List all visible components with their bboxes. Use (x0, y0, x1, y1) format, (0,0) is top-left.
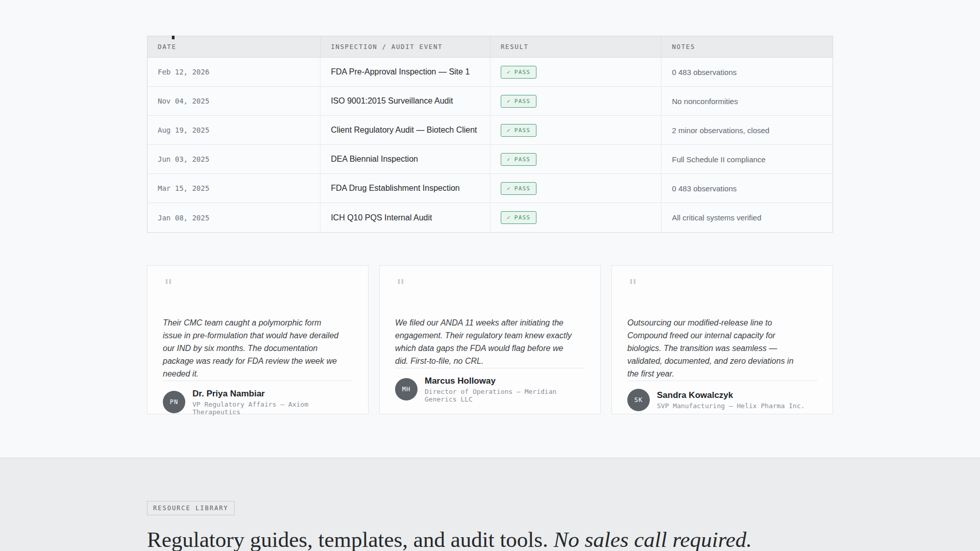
clipped-letter: p (169, 36, 200, 39)
author-info: Dr. Priya Nambiar VP Regulatory Affairs … (192, 389, 353, 416)
audit-result-cell: ✓PASS (490, 145, 662, 173)
testimonial-quote: We filed our ANDA 11 weeks after initiat… (395, 317, 572, 368)
check-icon: ✓ (507, 69, 511, 76)
audit-event: FDA Drug Establishment Inspection (320, 174, 490, 203)
author-info: Sandra Kowalczyk SVP Manufacturing — Hel… (657, 390, 805, 410)
audit-date: Mar 15, 2025 (148, 174, 320, 203)
audit-notes: Full Schedule II compliance (661, 145, 832, 173)
resources-heading: Regulatory guides, templates, and audit … (147, 528, 833, 551)
author-info: Marcus Holloway Director of Operations —… (425, 376, 585, 403)
table-header-notes: NOTES (661, 36, 832, 57)
audit-notes: No nonconformities (661, 87, 832, 115)
audit-result-cell: ✓PASS (490, 174, 662, 203)
testimonial-author: SK Sandra Kowalczyk SVP Manufacturing — … (627, 381, 817, 411)
testimonials-section: " Their CMC team caught a polymorphic fo… (147, 265, 833, 414)
pass-badge-label: PASS (514, 127, 530, 134)
pass-badge: ✓PASS (501, 211, 536, 224)
pass-badge: ✓PASS (501, 153, 536, 166)
audit-event: ICH Q10 PQS Internal Audit (320, 203, 490, 232)
audit-date: Jan 08, 2025 (148, 203, 320, 232)
table-row: Feb 12, 2026 FDA Pre-Approval Inspection… (148, 58, 832, 87)
pass-badge-label: PASS (514, 214, 530, 221)
main-content: p DATE INSPECTION / AUDIT EVENT RESULT N… (147, 36, 833, 414)
author-title: SVP Manufacturing — Helix Pharma Inc. (657, 402, 805, 410)
pass-badge-label: PASS (514, 98, 530, 105)
audit-result-cell: ✓PASS (490, 203, 662, 232)
audit-notes: 0 483 observations (661, 174, 832, 203)
pass-badge-label: PASS (514, 69, 530, 76)
pass-badge: ✓PASS (501, 95, 536, 108)
check-icon: ✓ (507, 156, 511, 163)
check-icon: ✓ (507, 98, 511, 105)
author-title: Director of Operations — Meridian Generi… (425, 388, 585, 403)
audit-event: ISO 9001:2015 Surveillance Audit (320, 87, 490, 115)
table-row: Jan 08, 2025 ICH Q10 PQS Internal Audit … (148, 203, 832, 232)
avatar: SK (627, 389, 650, 411)
audit-event: FDA Pre-Approval Inspection — Site 1 (320, 58, 490, 86)
audit-event: Client Regulatory Audit — Biotech Client (320, 116, 490, 144)
table-row: Jun 03, 2025 DEA Biennial Inspection ✓PA… (148, 145, 832, 174)
testimonial-quote: Their CMC team caught a polymorphic form… (163, 317, 339, 381)
pass-badge-label: PASS (514, 185, 530, 192)
testimonial-card: " Their CMC team caught a polymorphic fo… (147, 265, 369, 414)
audit-event: DEA Biennial Inspection (320, 145, 490, 173)
table-header-result: RESULT (490, 36, 662, 57)
author-title: VP Regulatory Affairs — Axiom Therapeuti… (192, 400, 353, 416)
author-name: Marcus Holloway (425, 376, 585, 386)
pass-badge: ✓PASS (501, 182, 536, 195)
testimonial-quote: Outsourcing our modified-release line to… (627, 317, 804, 381)
avatar: PN (163, 391, 185, 413)
author-name: Dr. Priya Nambiar (192, 389, 353, 399)
testimonial-author: MH Marcus Holloway Director of Operation… (395, 368, 585, 403)
resource-library-badge: RESOURCE LIBRARY (147, 501, 235, 515)
testimonial-card: " We filed our ANDA 11 weeks after initi… (379, 265, 601, 414)
quote-icon: " (163, 277, 353, 295)
table-row: Nov 04, 2025 ISO 9001:2015 Surveillance … (148, 87, 832, 116)
check-icon: ✓ (507, 214, 511, 221)
pass-badge-label: PASS (514, 156, 530, 163)
audit-result-cell: ✓PASS (490, 87, 662, 115)
testimonial-card: " Outsourcing our modified-release line … (611, 265, 833, 414)
table-row: Mar 15, 2025 FDA Drug Establishment Insp… (148, 174, 832, 203)
quote-icon: " (395, 277, 585, 295)
table-header-event: INSPECTION / AUDIT EVENT (320, 36, 490, 57)
clipped-heading-fragment: p (169, 36, 200, 39)
audit-date: Feb 12, 2026 (148, 58, 320, 86)
audit-history-table: DATE INSPECTION / AUDIT EVENT RESULT NOT… (147, 36, 833, 233)
resources-heading-italic: No sales call required. (554, 528, 752, 551)
pass-badge: ✓PASS (501, 66, 536, 79)
table-header-date: DATE (148, 36, 320, 57)
resources-heading-regular: Regulatory guides, templates, and audit … (147, 528, 554, 551)
audit-date: Aug 19, 2025 (148, 116, 320, 144)
author-name: Sandra Kowalczyk (657, 390, 805, 400)
check-icon: ✓ (507, 127, 511, 134)
resource-library-section: RESOURCE LIBRARY Regulatory guides, temp… (0, 458, 980, 551)
audit-notes: All critical systems verified (661, 203, 832, 232)
check-icon: ✓ (507, 185, 511, 192)
audit-notes: 0 483 observations (661, 58, 832, 86)
pass-badge: ✓PASS (501, 124, 536, 137)
table-row: Aug 19, 2025 Client Regulatory Audit — B… (148, 116, 832, 145)
audit-result-cell: ✓PASS (490, 58, 662, 86)
testimonial-author: PN Dr. Priya Nambiar VP Regulatory Affai… (163, 381, 353, 416)
avatar: MH (395, 378, 418, 400)
audit-result-cell: ✓PASS (490, 116, 662, 144)
audit-notes: 2 minor observations, closed (661, 116, 832, 144)
audit-date: Jun 03, 2025 (148, 145, 320, 173)
quote-icon: " (627, 277, 817, 295)
table-header-row: DATE INSPECTION / AUDIT EVENT RESULT NOT… (148, 36, 832, 58)
audit-date: Nov 04, 2025 (148, 87, 320, 115)
